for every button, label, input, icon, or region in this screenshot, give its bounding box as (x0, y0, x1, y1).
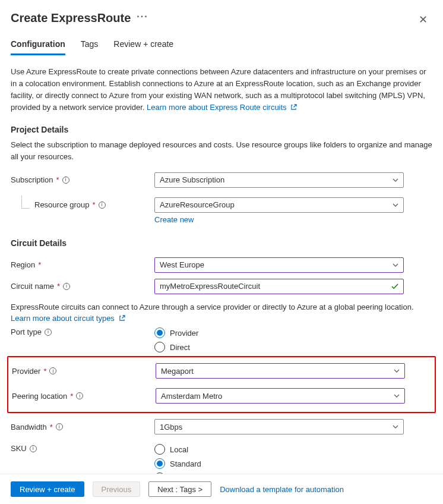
radio-icon (154, 342, 165, 352)
required-asterisk: * (43, 367, 46, 376)
footer-bar: Review + create Previous Next : Tags > D… (0, 474, 443, 504)
required-asterisk: * (38, 260, 41, 269)
provider-label: Provider * i (12, 367, 156, 376)
peering-location-label: Peering location * i (12, 392, 156, 401)
tree-connector (21, 196, 30, 209)
bandwidth-label: Bandwidth * i (11, 423, 154, 431)
project-details-sub: Select the subscription to manage deploy… (11, 139, 432, 163)
external-link-icon (290, 104, 297, 111)
page-title: Create ExpressRoute ··· (11, 11, 148, 25)
info-icon[interactable]: i (62, 177, 69, 184)
bandwidth-select[interactable]: 1Gbps (154, 419, 404, 434)
radio-icon (154, 458, 165, 469)
close-icon[interactable]: ✕ (414, 11, 432, 29)
radio-icon (154, 327, 165, 338)
required-asterisk: * (93, 200, 96, 209)
subscription-select[interactable]: Azure Subscription (154, 172, 404, 188)
required-asterisk: * (70, 392, 73, 401)
info-icon[interactable]: i (56, 423, 63, 430)
port-type-label: Port type i (11, 327, 154, 336)
tab-configuration[interactable]: Configuration (11, 39, 65, 55)
intro-text: Use Azure ExpressRoute to create private… (11, 66, 432, 114)
region-label: Region * (11, 260, 154, 269)
title-text: Create ExpressRoute (11, 11, 131, 25)
info-icon[interactable]: i (76, 392, 83, 399)
sku-standard-radio[interactable]: Standard (154, 458, 404, 469)
download-template-link[interactable]: Download a template for automation (220, 485, 344, 494)
subscription-label: Subscription * i (11, 175, 154, 184)
project-details-heading: Project Details (11, 125, 432, 134)
info-icon[interactable]: i (99, 201, 106, 209)
port-type-provider-radio[interactable]: Provider (154, 327, 404, 338)
provider-select[interactable]: Megaport (156, 363, 405, 379)
highlight-region: Provider * i Megaport Peering location * (7, 356, 436, 413)
sku-local-radio[interactable]: Local (154, 444, 404, 455)
circuit-note: ExpressRoute circuits can connect to Azu… (11, 301, 432, 313)
learn-more-circuit-types-link[interactable]: Learn more about circuit types (11, 314, 125, 323)
info-icon[interactable]: i (49, 367, 56, 374)
sku-label: SKU i (11, 444, 154, 453)
required-asterisk: * (57, 282, 60, 291)
peering-location-select[interactable]: Amsterdam Metro (156, 388, 405, 404)
info-icon[interactable]: i (45, 329, 52, 336)
resource-group-label: Resource group * i (11, 200, 154, 209)
info-icon[interactable]: i (63, 283, 70, 290)
circuit-name-label: Circuit name * i (11, 282, 154, 291)
tabs: Configuration Tags Review + create (11, 39, 432, 55)
circuit-name-input[interactable]: myMetroExpressRouteCircuit (154, 279, 404, 294)
previous-button: Previous (93, 481, 141, 497)
info-icon[interactable]: i (30, 445, 37, 452)
review-create-button[interactable]: Review + create (11, 481, 84, 497)
check-icon (391, 282, 399, 291)
tab-tags[interactable]: Tags (81, 39, 99, 55)
tab-review-create[interactable]: Review + create (113, 39, 173, 55)
resource-group-select[interactable]: AzureResourceGroup (154, 197, 404, 213)
required-asterisk: * (50, 423, 53, 431)
required-asterisk: * (56, 175, 59, 184)
region-select[interactable]: West Europe (154, 257, 404, 273)
port-type-direct-radio[interactable]: Direct (154, 342, 404, 352)
learn-more-circuits-link[interactable]: Learn more about Express Route circuits (147, 103, 297, 112)
next-button[interactable]: Next : Tags > (148, 481, 211, 497)
more-icon[interactable]: ··· (137, 11, 148, 22)
create-new-rg-link[interactable]: Create new (154, 215, 194, 224)
radio-icon (154, 444, 165, 455)
external-link-icon (119, 315, 125, 322)
circuit-details-heading: Circuit Details (11, 238, 432, 248)
